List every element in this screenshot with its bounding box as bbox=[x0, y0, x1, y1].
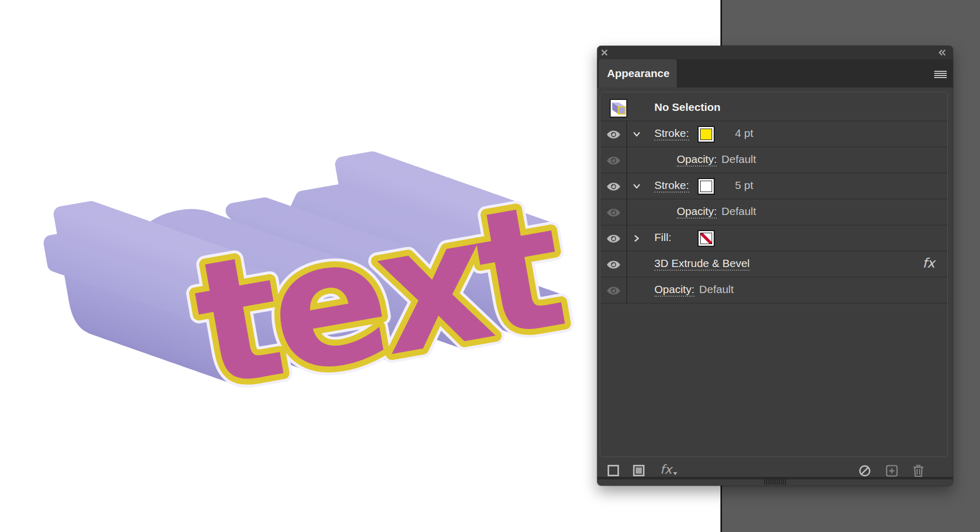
visibility-eye-icon[interactable] bbox=[607, 156, 621, 165]
add-new-stroke-button[interactable] bbox=[608, 465, 619, 476]
chevron-down-icon[interactable] bbox=[633, 183, 640, 189]
effect-label[interactable]: 3D Extrude & Bevel bbox=[654, 257, 750, 271]
list-item-target[interactable]: No Selection bbox=[600, 95, 947, 121]
opacity-label[interactable]: Opacity: bbox=[654, 283, 694, 297]
opacity-label[interactable]: Opacity: bbox=[677, 205, 717, 219]
tab-appearance-label: Appearance bbox=[607, 67, 669, 80]
stroke-weight-value[interactable]: 4 pt bbox=[735, 127, 753, 140]
eye-column-divider bbox=[626, 121, 627, 303]
panel-titlebar[interactable] bbox=[597, 46, 953, 59]
stroke-color-swatch-white[interactable] bbox=[698, 178, 715, 195]
fill-label[interactable]: Fill: bbox=[654, 231, 672, 244]
tab-appearance[interactable]: Appearance bbox=[599, 59, 677, 87]
chevron-down-icon[interactable] bbox=[633, 131, 640, 137]
fx-label: fx bbox=[660, 462, 672, 477]
duplicate-item-button[interactable] bbox=[886, 465, 898, 477]
chevron-right-icon[interactable] bbox=[633, 235, 640, 242]
visibility-eye-icon[interactable] bbox=[607, 260, 621, 269]
panel-tab-bar: Appearance bbox=[597, 59, 953, 87]
list-item-opacity[interactable]: Opacity: Default bbox=[600, 199, 947, 225]
opacity-value: Default bbox=[699, 283, 734, 296]
list-item-stroke-1[interactable]: Stroke: 4 pt bbox=[600, 121, 947, 147]
selection-thumbnail bbox=[610, 99, 627, 118]
fx-effect-icon[interactable]: fx bbox=[922, 256, 935, 271]
opacity-value: Default bbox=[721, 205, 756, 218]
appearance-panel: Appearance No Selection Stroke: bbox=[597, 46, 953, 486]
visibility-eye-icon[interactable] bbox=[607, 130, 621, 139]
panel-resize-grip[interactable] bbox=[764, 478, 786, 485]
collapse-panel-icon[interactable] bbox=[938, 49, 947, 56]
delete-item-button[interactable] bbox=[913, 465, 924, 477]
list-item-opacity[interactable]: Opacity: Default bbox=[600, 277, 947, 303]
stroke-weight-value[interactable]: 5 pt bbox=[735, 179, 753, 192]
clear-appearance-button[interactable] bbox=[859, 465, 871, 477]
stroke-color-swatch-yellow[interactable] bbox=[698, 126, 715, 143]
list-item-fill[interactable]: Fill: bbox=[600, 225, 947, 251]
visibility-eye-icon[interactable] bbox=[607, 286, 621, 295]
list-item-opacity[interactable]: Opacity: Default bbox=[600, 147, 947, 173]
add-new-fill-button[interactable] bbox=[633, 465, 644, 476]
fill-color-swatch-none[interactable] bbox=[698, 230, 715, 247]
visibility-eye-icon[interactable] bbox=[607, 208, 621, 217]
stroke-label[interactable]: Stroke: bbox=[654, 179, 689, 193]
visibility-eye-icon[interactable] bbox=[607, 182, 621, 191]
visibility-eye-icon[interactable] bbox=[607, 234, 621, 243]
stroke-label[interactable]: Stroke: bbox=[654, 127, 689, 141]
appearance-list: No Selection Stroke: 4 pt Opacity: Defau… bbox=[600, 92, 948, 457]
add-new-effect-button[interactable]: fx bbox=[660, 462, 677, 477]
panel-menu-icon[interactable] bbox=[934, 71, 947, 78]
opacity-label[interactable]: Opacity: bbox=[677, 153, 717, 167]
list-item-effect[interactable]: 3D Extrude & Bevel fx bbox=[600, 251, 947, 277]
no-selection-label: No Selection bbox=[654, 101, 720, 113]
opacity-value: Default bbox=[721, 153, 756, 166]
close-icon[interactable] bbox=[600, 48, 609, 57]
extruded-box-icon bbox=[611, 100, 626, 117]
caret-down-icon bbox=[673, 472, 677, 475]
list-item-stroke-2[interactable]: Stroke: 5 pt bbox=[600, 173, 947, 199]
